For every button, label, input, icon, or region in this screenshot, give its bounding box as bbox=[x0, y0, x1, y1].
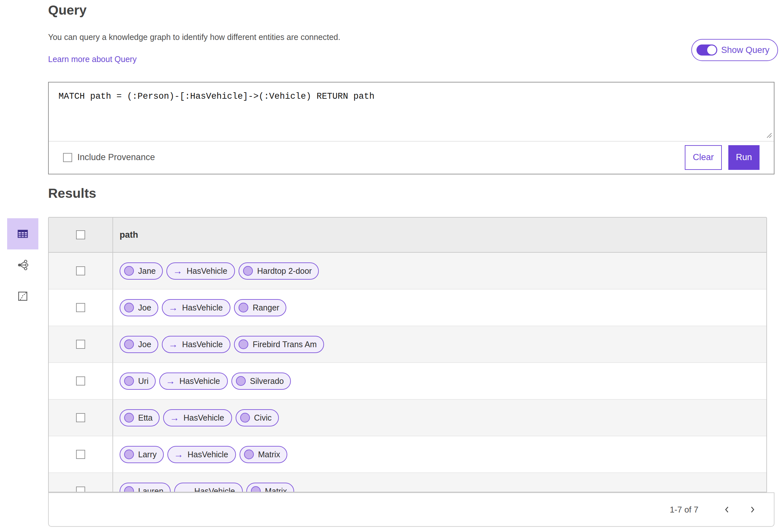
row-checkbox[interactable] bbox=[76, 303, 85, 312]
table-row: Etta → HasVehicle Civic bbox=[49, 400, 766, 436]
path-edge-pill[interactable]: → HasVehicle bbox=[159, 373, 228, 390]
table-row: Larry → HasVehicle Matrix bbox=[49, 436, 766, 473]
row-checkbox[interactable] bbox=[76, 486, 85, 492]
path-edge-pill[interactable]: → HasVehicle bbox=[167, 446, 236, 463]
path-target-label: Matrix bbox=[258, 450, 280, 459]
edge-arrow-icon: → bbox=[166, 376, 175, 386]
path-source-label: Joe bbox=[138, 340, 151, 349]
run-button[interactable]: Run bbox=[728, 145, 760, 170]
column-header-label: path bbox=[119, 230, 138, 240]
path-cell: Etta → HasVehicle Civic bbox=[113, 400, 766, 436]
path-cell: Uri → HasVehicle Silverado bbox=[113, 363, 766, 399]
path-source-pill[interactable]: Jane bbox=[119, 262, 163, 280]
toggle-switch-icon[interactable] bbox=[696, 45, 717, 56]
table-row: Lauren → HasVehicle Matrix bbox=[49, 473, 766, 492]
query-panel-footer: Include Provenance Clear Run bbox=[49, 142, 774, 173]
sidebar-item-map-view[interactable] bbox=[7, 281, 38, 312]
table-row: Joe → HasVehicle Firebird Trans Am bbox=[49, 326, 766, 363]
path-source-pill[interactable]: Larry bbox=[119, 446, 164, 463]
entity-node-icon bbox=[124, 376, 134, 386]
query-page: Query You can query a knowledge graph to… bbox=[0, 0, 780, 532]
row-select-cell bbox=[49, 363, 113, 399]
path-edge-pill[interactable]: → HasVehicle bbox=[174, 483, 243, 493]
query-editor[interactable]: MATCH path = (:Person)-[:HasVehicle]->(:… bbox=[49, 83, 774, 141]
path-target-pill[interactable]: Matrix bbox=[246, 483, 294, 493]
previous-page-button[interactable] bbox=[720, 502, 734, 517]
path-target-pill[interactable]: Silverado bbox=[231, 373, 291, 390]
row-select-cell bbox=[49, 436, 113, 473]
row-checkbox[interactable] bbox=[76, 340, 85, 349]
path-target-pill[interactable]: Ranger bbox=[234, 299, 286, 316]
path-target-label: Ranger bbox=[252, 303, 279, 312]
path-source-label: Lauren bbox=[138, 486, 163, 493]
path-source-pill[interactable]: Joe bbox=[119, 336, 158, 353]
path-target-pill[interactable]: Firebird Trans Am bbox=[234, 336, 324, 353]
path-edge-pill[interactable]: → HasVehicle bbox=[166, 262, 235, 280]
select-all-checkbox[interactable] bbox=[76, 230, 85, 240]
learn-more-link[interactable]: Learn more about Query bbox=[48, 55, 137, 64]
path-source-label: Jane bbox=[138, 266, 156, 276]
path-source-label: Uri bbox=[138, 376, 149, 386]
entity-node-icon bbox=[124, 449, 134, 459]
toggle-knob bbox=[707, 46, 716, 55]
table-header-row: path bbox=[49, 218, 766, 253]
path-source-pill[interactable]: Lauren bbox=[119, 483, 170, 493]
path-target-pill[interactable]: Hardtop 2-door bbox=[239, 262, 319, 280]
path-cell: Jane → HasVehicle Hardtop 2-door bbox=[113, 253, 766, 289]
sidebar-item-link-chart-view[interactable] bbox=[7, 250, 38, 281]
entity-node-icon bbox=[251, 486, 261, 492]
path-edge-label: HasVehicle bbox=[188, 450, 228, 459]
edge-arrow-icon: → bbox=[169, 413, 179, 423]
edge-arrow-icon: → bbox=[173, 266, 182, 276]
path-target-label: Firebird Trans Am bbox=[252, 340, 316, 349]
table-row: Joe → HasVehicle Ranger bbox=[49, 289, 766, 326]
entity-node-icon bbox=[124, 339, 134, 349]
page-description: You can query a knowledge graph to ident… bbox=[48, 33, 340, 42]
path-target-label: Hardtop 2-door bbox=[257, 266, 312, 276]
view-switcher bbox=[7, 218, 38, 312]
link-chart-icon bbox=[16, 259, 29, 271]
pagination-bar: 1-7 of 7 bbox=[48, 492, 775, 527]
row-checkbox[interactable] bbox=[76, 413, 85, 422]
row-select-cell bbox=[49, 253, 113, 289]
next-page-button[interactable] bbox=[745, 502, 760, 517]
path-source-label: Larry bbox=[138, 450, 157, 459]
table-row: Uri → HasVehicle Silverado bbox=[49, 363, 766, 400]
path-column-header: path bbox=[113, 218, 766, 252]
path-target-pill[interactable]: Matrix bbox=[240, 446, 287, 463]
path-source-pill[interactable]: Joe bbox=[119, 299, 158, 316]
path-target-pill[interactable]: Civic bbox=[236, 409, 279, 426]
edge-arrow-icon: → bbox=[168, 303, 178, 312]
row-checkbox[interactable] bbox=[76, 266, 85, 275]
path-source-label: Etta bbox=[138, 413, 152, 423]
include-provenance-option[interactable]: Include Provenance bbox=[63, 152, 155, 162]
path-edge-pill[interactable]: → HasVehicle bbox=[162, 336, 231, 353]
sidebar-item-table-view[interactable] bbox=[7, 218, 38, 250]
entity-node-icon bbox=[236, 376, 246, 386]
row-checkbox[interactable] bbox=[76, 450, 85, 459]
path-source-pill[interactable]: Etta bbox=[119, 409, 159, 426]
entity-node-icon bbox=[124, 413, 134, 423]
show-query-toggle[interactable]: Show Query bbox=[691, 39, 778, 61]
path-edge-label: HasVehicle bbox=[182, 303, 223, 312]
page-title: Query bbox=[48, 3, 87, 18]
path-source-pill[interactable]: Uri bbox=[119, 373, 156, 390]
results-title: Results bbox=[48, 186, 96, 201]
path-edge-label: HasVehicle bbox=[187, 266, 227, 276]
table-icon bbox=[16, 228, 29, 240]
resize-grip-icon[interactable] bbox=[766, 132, 772, 138]
path-edge-label: HasVehicle bbox=[183, 413, 224, 423]
path-edge-label: HasVehicle bbox=[180, 376, 220, 386]
row-checkbox[interactable] bbox=[76, 376, 85, 385]
include-provenance-label: Include Provenance bbox=[77, 152, 155, 162]
include-provenance-checkbox[interactable] bbox=[63, 153, 72, 162]
path-edge-pill[interactable]: → HasVehicle bbox=[163, 409, 232, 426]
row-select-cell bbox=[49, 473, 113, 492]
map-icon bbox=[17, 290, 29, 302]
clear-button[interactable]: Clear bbox=[685, 145, 722, 170]
query-panel-buttons: Clear Run bbox=[685, 145, 760, 170]
edge-arrow-icon: → bbox=[168, 340, 178, 349]
path-cell: Joe → HasVehicle Firebird Trans Am bbox=[113, 326, 766, 363]
path-edge-pill[interactable]: → HasVehicle bbox=[162, 299, 231, 316]
path-cell: Larry → HasVehicle Matrix bbox=[113, 436, 766, 473]
